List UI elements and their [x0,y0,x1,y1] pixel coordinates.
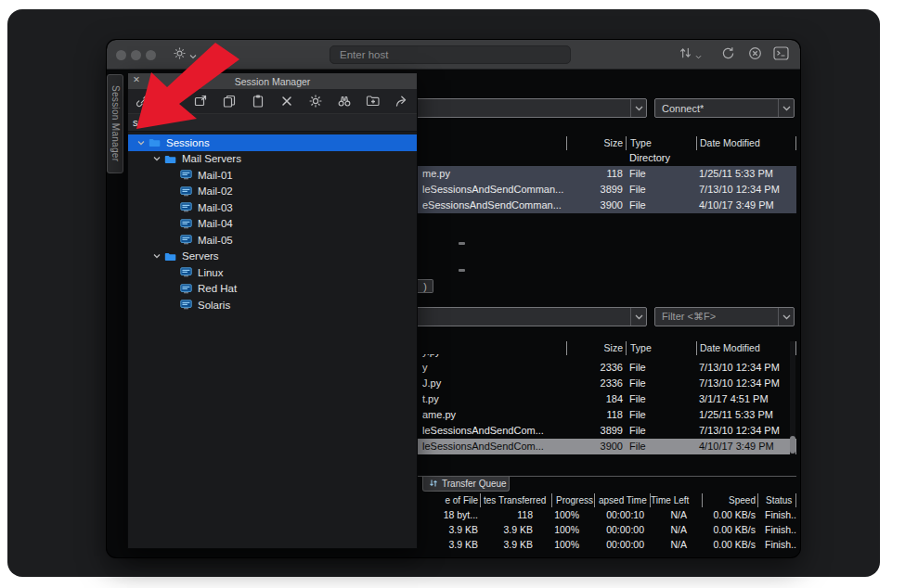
chevron-down-icon[interactable] [149,155,164,162]
column-elapsed-time[interactable]: apsed Time [594,493,650,507]
tab-transfer-queue[interactable]: Transfer Queue [422,477,510,492]
column-speed[interactable]: Speed [702,493,757,507]
column-bytes-transferred[interactable]: tes Transferred [480,493,551,507]
column-type[interactable]: Type [626,136,696,150]
export-share-icon[interactable] [394,93,410,109]
tree-item-mail-01[interactable]: Mail-01 [128,167,417,184]
file-row[interactable]: J.py2336File7/13/10 12:34 PM [418,376,796,391]
session-manager-side-tab[interactable]: Session Manager [107,74,123,173]
traffic-light-minimize-icon[interactable] [131,50,141,60]
tree-item-label: Sessions [166,137,210,148]
tree-item-red-hat[interactable]: Red Hat [128,281,417,298]
host-input[interactable] [330,45,571,64]
find-binoculars-icon[interactable] [336,93,353,109]
transfer-cell: Finish... [757,509,796,520]
session-filter-input[interactable] [128,114,417,132]
file-row[interactable]: y2336File7/13/10 12:34 PM [418,360,796,376]
remote-path-combo[interactable] [385,98,647,118]
file-row[interactable]: leSessionsAndSendComman...3899File7/13/1… [418,182,796,198]
session-monitor-icon [180,219,196,229]
file-row[interactable]: t.py184File3/1/17 4:51 PM [418,391,796,407]
tree-item-servers[interactable]: Servers [128,249,417,265]
column-name [418,136,566,150]
delete-icon[interactable] [278,93,295,109]
sort-order-button[interactable] [675,45,705,64]
transfer-row[interactable]: 3.9 KB3.9 KB100%00:00:00N/A0.00 KB/sFini… [418,522,796,537]
file-date: 3/1/17 4:51 PM [696,391,796,407]
file-row[interactable]: ame.py118File1/25/11 5:33 PM [418,407,796,423]
tree-item-linux[interactable]: Linux [128,264,417,281]
new-window-icon[interactable] [192,93,209,109]
traffic-light-close-icon[interactable] [116,50,126,60]
transfer-queue-header[interactable]: e of File tes Transferred Progress apsed… [418,493,796,507]
disconnect-button[interactable] [745,45,764,64]
session-monitor-icon [180,284,196,294]
file-name: leSessionsAndSendCom... [418,439,566,454]
transfer-cell: N/A [650,539,702,550]
session-tree: SessionsMail ServersMail-01Mail-02Mail-0… [128,132,417,548]
file-row[interactable]: Directory [418,150,796,166]
column-time-left[interactable]: Time Left [650,493,702,507]
transfer-cell: 00:00:00 [594,524,650,535]
file-row[interactable]: leSessionsAndSendCom...3899File7/13/10 1… [418,423,796,439]
tree-item-mail-04[interactable]: Mail-04 [128,216,417,233]
transfer-cell: 3.9 KB [480,539,551,550]
settings-gear-button[interactable] [168,45,201,64]
file-type: File [626,391,696,407]
tree-item-label: Solaris [198,300,230,311]
file-row[interactable]: eSessionsAndSendComman...3900File4/10/17… [418,198,796,213]
chevron-down-icon[interactable] [134,139,149,147]
tree-item-mail-05[interactable]: Mail-05 [128,232,417,249]
tree-item-solaris[interactable]: Solaris [128,297,417,313]
tree-item-mail-servers[interactable]: Mail Servers [128,151,417,168]
connect-link-icon[interactable] [135,93,151,109]
local-path-combo[interactable] [385,307,647,326]
new-folder-icon[interactable] [365,93,381,109]
properties-gear-icon[interactable] [307,93,324,109]
file-row[interactable]: me.py118File1/25/11 5:33 PM [418,166,796,182]
pane-splitter-grip[interactable] [459,242,465,245]
connect-dropdown[interactable]: Connect* [654,98,795,118]
pane-splitter-grip[interactable] [459,269,465,272]
file-row[interactable]: leSessionsAndSendCom...3900File4/10/17 3… [418,439,796,454]
close-icon[interactable]: ✕ [133,74,140,84]
file-name [418,150,566,166]
transfer-cell: 00:00:00 [594,539,650,550]
scrollbar-thumb[interactable] [790,436,795,454]
transfer-icon [429,479,438,490]
chevron-down-icon [778,308,794,326]
column-size[interactable]: Size [566,136,626,150]
paste-icon[interactable] [250,93,266,109]
column-date-modified[interactable]: Date Modified [696,136,796,150]
remote-list-header[interactable]: Size Type Date Modified [418,136,796,150]
file-name: J.py [418,376,566,391]
transfer-cell: 100% [551,524,594,535]
chevron-down-icon[interactable] [149,252,164,260]
tree-item-sessions[interactable]: Sessions [128,134,417,151]
refresh-button[interactable] [718,45,737,64]
column-type[interactable]: Type [626,341,696,355]
local-list-header[interactable]: Size Type Date Modified [418,341,796,355]
column-size[interactable]: Size [566,341,626,355]
scrollbar-track[interactable] [790,341,795,454]
filter-dropdown[interactable]: Filter <⌘F> [654,307,795,326]
tree-item-label: Mail-05 [198,235,233,246]
tree-item-label: Mail Servers [182,153,241,164]
chevron-down-icon [778,99,794,117]
local-shell-button[interactable] [769,45,792,64]
session-manager-panel: ✕ Session Manager SessionsMail ServersMa… [127,72,418,549]
transfer-row[interactable]: 3.9 KB3.9 KB100%00:00:00N/A0.00 KB/sFini… [418,537,796,552]
column-date-modified[interactable]: Date Modified [696,341,796,355]
transfer-row[interactable]: 18 byt...118100%00:00:10N/A0.00 KB/sFini… [418,507,796,522]
copy-icon[interactable] [221,93,238,109]
column-progress[interactable]: Progress [551,493,594,507]
refresh-icon [721,46,735,64]
tree-item-mail-03[interactable]: Mail-03 [128,199,417,216]
traffic-light-zoom-icon[interactable] [146,50,156,60]
column-name-of-file[interactable]: e of File [418,493,480,507]
new-session-icon[interactable] [163,93,180,109]
session-monitor-icon [180,267,196,277]
tree-item-mail-02[interactable]: Mail-02 [128,184,417,200]
column-status[interactable]: Status [757,493,796,507]
file-size: 3900 [566,198,626,213]
